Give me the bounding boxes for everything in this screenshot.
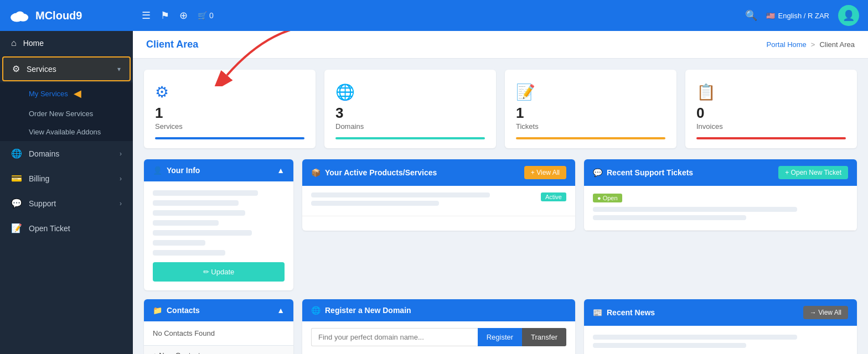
gear-icon: ⚙ [12, 64, 20, 74]
sidebar-item-services[interactable]: ⚙ Services ▾ [2, 56, 131, 81]
tickets-stat-icon: 📝 [516, 83, 535, 101]
news-view-all-button[interactable]: → View All [803, 306, 848, 319]
contacts-card: 📁 Contacts ▲ No Contacts Found + New Con… [144, 299, 293, 354]
domain-search-row: Register Transfer [302, 321, 575, 353]
breadcrumb-separator: > [811, 40, 815, 49]
invoices-stat-icon: 📋 [696, 83, 716, 101]
info-line-5 [153, 230, 252, 236]
cart-icon[interactable]: 🛒 0 [198, 11, 214, 20]
server-icon: 📦 [311, 168, 321, 177]
support-tickets-card: 💬 Recent Support Tickets + Open New Tick… [584, 159, 857, 231]
recent-news-card: 📰 Recent News → View All [584, 299, 857, 354]
services-count: 1 [155, 106, 163, 120]
flag-icon[interactable]: ⚑ [161, 9, 169, 22]
info-line-1 [153, 190, 258, 196]
no-contacts-text: No Contacts Found [144, 321, 293, 345]
stat-card-invoices[interactable]: 📋 0 Invoices [685, 70, 857, 148]
domains-stat-icon: 🌐 [335, 83, 355, 101]
news-line-1 [593, 335, 797, 340]
content: Client Area Portal Home > Client Area [133, 31, 868, 354]
services-bar [155, 137, 304, 139]
domain-globe-icon: 🌐 [311, 306, 321, 315]
news-header-left: 📰 Recent News [593, 308, 655, 317]
language-selector[interactable]: 🇺🇸 English / R ZAR [766, 12, 829, 20]
tickets-bar [516, 137, 665, 139]
sidebar-item-open-ticket[interactable]: 📝 Open Ticket [0, 216, 133, 241]
ticket-icon: 📝 [11, 223, 22, 233]
info-line-3 [153, 210, 245, 216]
your-info-body: ✏ Update [144, 181, 293, 290]
sidebar-item-home[interactable]: ⌂ Home [0, 31, 133, 55]
support-header: 💬 Recent Support Tickets + Open New Tick… [584, 159, 857, 186]
info-line-7 [153, 250, 225, 256]
active-products-header: 📦 Your Active Products/Services + View A… [302, 159, 575, 186]
contacts-header-left: 📁 Contacts [153, 306, 200, 315]
domains-icon: 🌐 [11, 148, 22, 159]
lower-row: 👤 Your Info ▲ ✏ Update [144, 159, 857, 290]
domain-transfer-button[interactable]: Transfer [522, 328, 566, 346]
person-icon: 👤 [153, 166, 162, 175]
stat-card-domains[interactable]: 🌐 3 Domains [324, 70, 496, 148]
flag-us-icon: 🇺🇸 [766, 12, 775, 20]
chevron-up-contacts-icon[interactable]: ▲ [277, 306, 285, 315]
domain-search-input[interactable] [311, 328, 478, 346]
user-avatar[interactable]: 👤 [838, 5, 859, 26]
active-products-header-left: 📦 Your Active Products/Services [311, 168, 437, 177]
contacts-header: 📁 Contacts ▲ [144, 299, 293, 321]
support-header-left: 💬 Recent Support Tickets [593, 168, 693, 177]
domain-card: 🌐 Register a New Domain Register Transfe… [302, 299, 575, 354]
open-ticket-button[interactable]: + Open New Ticket [778, 166, 848, 179]
invoices-count: 0 [696, 106, 704, 120]
page-title: Client Area [146, 39, 198, 50]
search-icon[interactable]: 🔍 [745, 9, 757, 22]
menu-icon[interactable]: ☰ [142, 9, 151, 22]
topbar: MCloud9 ☰ ⚑ ⊕ 🛒 0 🔍 🇺🇸 English / R ZAR 👤 [0, 0, 868, 31]
your-info-header-left: 👤 Your Info [153, 166, 200, 175]
update-button[interactable]: ✏ Update [153, 262, 285, 282]
ticket-status-badge: ● Open [593, 194, 622, 202]
ticket-line-2 [593, 215, 746, 220]
sidebar-item-support[interactable]: 💬 Support › [0, 191, 133, 216]
sidebar: ⌂ Home ⚙ Services ▾ My Services ◀ Order … [0, 31, 133, 354]
tickets-label: Tickets [516, 122, 539, 131]
domain-register-button[interactable]: Register [478, 328, 522, 346]
stat-card-tickets[interactable]: 📝 1 Tickets [505, 70, 676, 148]
active-badge: Active [541, 192, 566, 201]
invoices-bar [696, 137, 846, 139]
info-line-4 [153, 220, 219, 226]
sidebar-sub-services: My Services ◀ Order New Services View Av… [0, 82, 133, 141]
active-product-item: Active [302, 186, 575, 216]
chevron-right-billing-icon: › [120, 175, 122, 183]
sidebar-item-view-addons[interactable]: View Available Addons [0, 123, 133, 141]
sidebar-item-my-services[interactable]: My Services ◀ [0, 82, 133, 105]
sidebar-item-order-new[interactable]: Order New Services [0, 105, 133, 123]
sidebar-item-domains[interactable]: 🌐 Domains › [0, 141, 133, 166]
content-body: ⚙ 1 Services 🌐 3 Domains 📝 [133, 59, 868, 354]
main-layout: ⌂ Home ⚙ Services ▾ My Services ◀ Order … [0, 31, 868, 354]
bottom-row: 📁 Contacts ▲ No Contacts Found + New Con… [144, 299, 857, 354]
new-contact-button[interactable]: + New Contact... [144, 345, 293, 354]
view-all-button[interactable]: + View All [524, 166, 566, 179]
chevron-up-icon[interactable]: ▲ [277, 166, 285, 175]
news-body [584, 326, 857, 354]
globe-icon[interactable]: ⊕ [179, 9, 188, 22]
breadcrumb-portal-home[interactable]: Portal Home [767, 40, 807, 49]
billing-icon: 💳 [11, 173, 22, 184]
your-info-header: 👤 Your Info ▲ [144, 159, 293, 181]
logo[interactable]: MCloud9 [9, 8, 142, 23]
stats-row: ⚙ 1 Services 🌐 3 Domains 📝 [144, 70, 857, 148]
chevron-right-support-icon: › [120, 200, 122, 207]
your-info-card: 👤 Your Info ▲ ✏ Update [144, 159, 293, 290]
info-line-6 [153, 240, 205, 246]
ticket-line-1 [593, 207, 797, 212]
content-header: Client Area Portal Home > Client Area [133, 31, 868, 59]
info-line-2 [153, 200, 239, 206]
stats-container: ⚙ 1 Services 🌐 3 Domains 📝 [144, 70, 857, 148]
stat-card-services[interactable]: ⚙ 1 Services [144, 70, 316, 148]
services-stat-icon: ⚙ [155, 83, 169, 101]
sidebar-item-billing[interactable]: 💳 Billing › [0, 166, 133, 191]
chevron-down-icon: ▾ [117, 65, 121, 73]
logo-text: MCloud9 [35, 9, 82, 22]
news-header: 📰 Recent News → View All [584, 299, 857, 326]
ticket-item: ● Open [584, 186, 857, 231]
